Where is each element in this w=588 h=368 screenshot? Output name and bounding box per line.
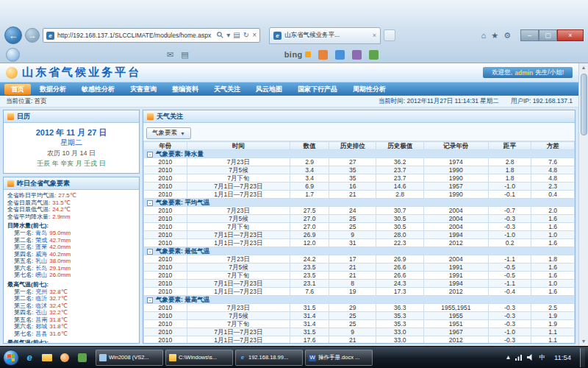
station-link[interactable]: 威海 [35, 251, 47, 258]
window-close-button[interactable]: × [557, 29, 584, 41]
nav-item[interactable]: 灾害查询 [123, 84, 163, 95]
station-link[interactable]: 苍山 [35, 309, 47, 316]
table-row[interactable]: 20107月23日24.21726.92004-1.11.8 [144, 255, 575, 263]
table-group-row[interactable]: -气象要素: 最高气温 [144, 296, 575, 304]
table-row[interactable]: 20107月5候31.42535.31955-0.31.9 [144, 312, 575, 320]
table-row[interactable]: 20107月5候27.02530.52004-0.31.6 [144, 215, 575, 223]
nav-item[interactable]: 敏感性分析 [75, 84, 121, 95]
nav-item[interactable]: 整编资料 [165, 84, 205, 95]
autocomplete-dropdown-icon[interactable]: ▾ [226, 32, 230, 39]
station-link[interactable]: 莒县 [35, 330, 47, 337]
url-text[interactable]: http://192.168.137.1/SLCCLIMATE/modules/… [57, 32, 214, 39]
element-filter-button[interactable]: 气象要素 ▼ [146, 127, 191, 139]
station-link[interactable]: 临沭 [35, 302, 47, 309]
document-icon[interactable]: ▤ [181, 50, 188, 60]
plugin-icon-green[interactable] [369, 50, 379, 60]
station-link[interactable]: 荣成 [35, 237, 47, 244]
favorites-star-icon[interactable]: ★ [491, 31, 498, 40]
mail-icon[interactable]: ✉ [167, 50, 173, 60]
table-group-row[interactable]: -气象要素: 最低气温 [144, 247, 575, 255]
collapse-icon[interactable]: - [147, 200, 153, 206]
taskbar-clock[interactable]: 11:54 [550, 353, 576, 361]
nav-item[interactable]: 天气关注 [207, 84, 247, 95]
tools-gear-icon[interactable]: ⚙ [503, 31, 511, 40]
refresh-icon[interactable]: ↻ [243, 32, 249, 39]
station-link[interactable]: 乳山 [35, 258, 47, 264]
nav-item[interactable]: 国家下行产品 [291, 84, 344, 95]
show-desktop-button[interactable] [580, 348, 585, 367]
station-link[interactable]: 崂山 [35, 272, 47, 278]
compatibility-view-icon[interactable]: ▤ [233, 32, 240, 39]
table-row[interactable]: 20107月1日—7月23日31.5933.01967-1.01.1 [144, 328, 575, 336]
start-button[interactable] [3, 350, 19, 366]
table-row[interactable]: 20107月5候23.52126.61991-0.51.6 [144, 263, 575, 272]
table-row[interactable]: 20101月1日—7月23日17.62133.02012-0.31.1 [144, 336, 575, 344]
tab-close-icon[interactable]: × [373, 32, 376, 39]
scrollbar-thumb[interactable] [581, 74, 587, 135]
language-indicator[interactable]: 中 [539, 353, 545, 362]
collapse-icon[interactable]: - [147, 152, 153, 158]
scroll-down-icon[interactable]: ▼ [581, 337, 587, 346]
new-tab-button[interactable] [384, 29, 395, 41]
home-icon[interactable]: ⌂ [481, 31, 487, 40]
search-icon[interactable] [217, 32, 223, 40]
browser-tab[interactable]: e 山东省气候业务平... × [269, 27, 381, 44]
scroll-up-icon[interactable]: ▲ [581, 63, 587, 72]
table-row[interactable]: 20107月1日—7月23日26.9928.01994-1.01.0 [144, 231, 575, 239]
table-row[interactable]: 20107月下旬31.42535.31951-0.31.9 [144, 320, 575, 328]
table-row[interactable]: 20107月23日2.92736.219742.87.6 [144, 158, 575, 166]
vertical-scrollbar[interactable]: ▲ ▼ [578, 63, 588, 346]
table-row[interactable]: 20107月23日31.52936.31955,1951-0.32.5 [144, 304, 575, 312]
station-link[interactable]: 青岛 [35, 230, 47, 236]
table-row[interactable]: 20107月下旬23.52126.61991-0.51.6 [144, 272, 575, 280]
table-row[interactable]: 20107月下旬3.43523.719901.84.8 [144, 174, 575, 183]
hidden-icons-chevron[interactable]: ▲ [506, 355, 512, 361]
collapse-icon[interactable]: - [147, 297, 153, 303]
taskbar-task-button[interactable]: e192.168.18.99... [235, 350, 303, 366]
station-link[interactable]: 郯城 [35, 323, 47, 330]
nav-item[interactable]: 首页 [4, 84, 31, 95]
window-maximize-button[interactable]: ▢ [539, 29, 557, 41]
table-row[interactable]: 20107月5候3.43523.719901.84.8 [144, 166, 575, 174]
plugin-icon-orange[interactable] [318, 50, 328, 60]
taskbar-task-button[interactable]: W操作手册.docx ... [305, 350, 373, 366]
table-row[interactable]: 20101月1日—7月23日1.7212.81990-0.10.4 [144, 191, 575, 199]
nav-item[interactable]: 周期性分析 [346, 84, 392, 95]
table-row[interactable]: 20107月1日—7月23日6.91614.61957-1.02.3 [144, 183, 575, 191]
window-minimize-button[interactable]: – [520, 29, 539, 41]
station-link[interactable]: 临沂 [35, 295, 47, 302]
table-row[interactable]: 20101月1日—7月23日12.03122.320120.21.6 [144, 239, 575, 247]
station-link[interactable]: 蓬莱 [35, 244, 47, 250]
table-row[interactable]: 20101月1日—7月23日7.61917.32012-0.41.6 [144, 288, 575, 296]
table-row[interactable]: 20107月下旬27.02530.52004-0.31.6 [144, 223, 575, 231]
toolbar-logo[interactable] [6, 48, 20, 62]
table-group-row[interactable]: -气象要素: 平均气温 [144, 199, 575, 207]
browser-back-button[interactable]: ← [4, 26, 22, 44]
taskbar-media-player-icon[interactable] [57, 350, 72, 365]
nav-item[interactable]: 风云地图 [249, 84, 289, 95]
table-row[interactable]: 20107月23日27.52430.72004-0.72.0 [144, 207, 575, 215]
browser-forward-button[interactable]: → [25, 28, 40, 43]
collapse-icon[interactable]: - [147, 249, 153, 255]
bing-logo[interactable]: bing [284, 50, 311, 59]
taskbar-app-icon[interactable] [75, 350, 90, 365]
stop-icon[interactable]: × [252, 32, 257, 39]
nav-item[interactable]: 数据分析 [33, 84, 73, 95]
taskbar-task-button[interactable]: Win2008 (VS2... [96, 350, 163, 366]
table-group-row[interactable]: -气象要素: 降水量 [144, 150, 575, 158]
plugin-icon-blue[interactable] [335, 50, 345, 60]
station-link[interactable]: 长岛 [35, 265, 47, 272]
taskbar-task-button[interactable]: C:\Windows\s... [165, 350, 233, 366]
table-cell: 22.3 [376, 239, 423, 247]
table-row[interactable]: 20107月1日—7月23日23.1824.31994-1.11.0 [144, 280, 575, 288]
address-bar[interactable]: e http://192.168.137.1/SLCCLIMATE/module… [43, 28, 260, 43]
volume-icon[interactable] [527, 354, 534, 361]
plugin-icon-purple[interactable] [352, 50, 362, 60]
group-title-cell: -气象要素: 最低气温 [144, 247, 575, 255]
taskbar-ie-icon[interactable]: e [22, 350, 37, 365]
table-cell: 1.6 [531, 239, 575, 247]
taskbar-explorer-icon[interactable] [40, 350, 54, 365]
station-link[interactable]: 兖州 [35, 289, 47, 295]
network-icon[interactable] [515, 354, 523, 361]
station-link[interactable]: 莒南 [35, 316, 47, 323]
